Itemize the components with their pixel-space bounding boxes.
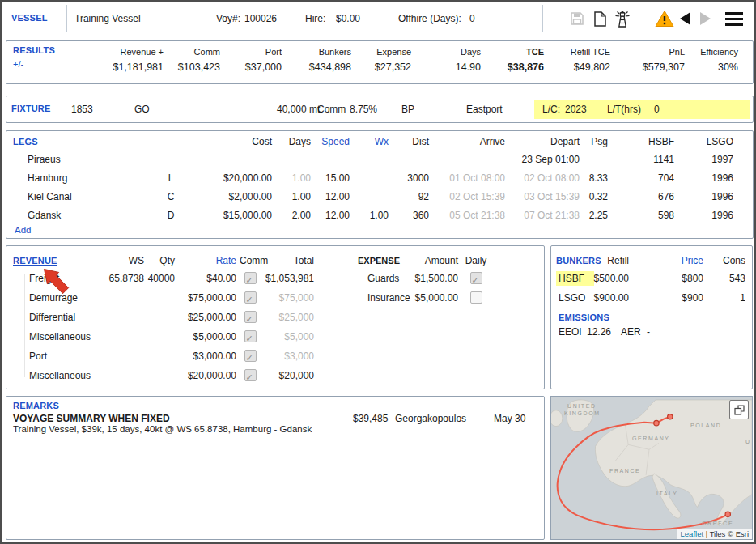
emissions-eeoi-value: 12.26 xyxy=(587,326,611,338)
laycan-value[interactable]: 2023 xyxy=(565,104,587,115)
emissions-title[interactable]: EMISSIONS xyxy=(559,312,609,322)
leg-port[interactable]: Hamburg xyxy=(13,169,151,188)
metric-value: $103,423 xyxy=(164,57,220,73)
voyage-map[interactable]: UNITED KINGDOM POLAND GERMANY FRANCE ITA… xyxy=(550,396,753,540)
leg-port[interactable]: Piraeus xyxy=(13,151,151,169)
leg-depart[interactable]: 23 Sep 01:00 xyxy=(505,151,580,169)
fixture-cargo[interactable]: GO xyxy=(134,104,150,115)
remark-date: May 30 xyxy=(494,413,525,424)
voyage-estimator-window: VESSEL Training Vessel Voy#: 100026 Hire… xyxy=(0,0,756,544)
fixture-comm-value[interactable]: 8.75% xyxy=(350,104,377,115)
bunker-grade-highlighted[interactable]: HSBF xyxy=(556,271,594,286)
fixture-quantity[interactable]: 40,000 mt xyxy=(277,104,320,115)
fixture-title[interactable]: FIXTURE xyxy=(11,104,50,113)
leg-type[interactable]: L xyxy=(151,169,191,188)
revenue-rate-input[interactable]: $5,000.00 xyxy=(175,327,236,346)
revenue-qty-input[interactable]: 40000 xyxy=(144,269,175,288)
results-plus-minus[interactable]: +/- xyxy=(13,55,73,69)
comm-checkbox[interactable] xyxy=(244,369,257,381)
back-icon[interactable] xyxy=(675,8,696,29)
leg-port[interactable]: Kiel Canal xyxy=(13,188,151,206)
forward-icon[interactable] xyxy=(694,8,716,29)
fixture-number[interactable]: 1853 xyxy=(71,104,93,115)
revenue-total: $25,000 xyxy=(264,308,314,327)
leg-dist[interactable]: 360 xyxy=(389,206,429,225)
remark-summary-title[interactable]: VOYAGE SUMMARY WHEN FIXED xyxy=(13,413,170,424)
bunker-price-input[interactable]: $900 xyxy=(629,288,703,308)
expense-amount-input[interactable]: $1,500.00 xyxy=(408,269,458,288)
hire-value[interactable]: $0.00 xyxy=(336,13,360,24)
daily-checkbox[interactable] xyxy=(470,291,482,304)
leg-port[interactable]: Gdansk xyxy=(13,206,151,225)
vessel-section-link[interactable]: VESSEL xyxy=(11,13,48,23)
map-label-united: UNITED xyxy=(567,403,597,409)
bunker-refill-input[interactable]: $500.00 xyxy=(593,269,629,288)
leg-type[interactable]: D xyxy=(151,206,191,225)
comm-checkbox[interactable] xyxy=(244,311,257,323)
save-icon[interactable] xyxy=(567,8,588,29)
leg-wx[interactable]: 1.00 xyxy=(350,206,389,225)
revenue-ws-input[interactable]: 65.8738 xyxy=(104,269,144,288)
leg-days[interactable]: 1.00 xyxy=(272,188,311,206)
tiles-credit: | Tiles © Esri xyxy=(703,529,749,538)
leg-days[interactable]: 1.00 xyxy=(272,169,311,188)
comm-checkbox[interactable] xyxy=(244,291,257,304)
legs-col-speed[interactable]: Speed xyxy=(311,133,350,151)
leaflet-link[interactable]: Leaflet xyxy=(681,529,704,538)
map-label-kingdom: KINGDOM xyxy=(564,410,601,416)
revenue-rate-input[interactable]: $20,000.00 xyxy=(175,366,236,385)
legs-col-wx[interactable]: Wx xyxy=(350,133,389,151)
fixture-port[interactable]: Eastport xyxy=(466,104,503,115)
map-fullscreen-button[interactable] xyxy=(729,400,749,419)
revenue-title[interactable]: REVENUE xyxy=(13,256,57,266)
leg-dist[interactable]: 3000 xyxy=(389,169,429,188)
metric-value-tce: $38,876 xyxy=(481,57,544,73)
bunker-price-input[interactable]: $800 xyxy=(629,269,703,288)
revenue-rate-input[interactable]: $75,000.00 xyxy=(175,288,236,308)
lighthouse-icon[interactable] xyxy=(612,8,633,29)
comm-checkbox[interactable] xyxy=(244,272,257,284)
offhire-value[interactable]: 0 xyxy=(469,13,475,24)
revenue-col-rate[interactable]: Rate xyxy=(175,253,236,269)
revenue-rate-input[interactable]: $40.00 xyxy=(175,269,236,288)
menu-icon[interactable] xyxy=(724,8,745,29)
results-title[interactable]: RESULTS xyxy=(13,45,73,55)
leg-speed[interactable]: 12.00 xyxy=(311,188,350,206)
warning-icon[interactable] xyxy=(654,8,675,29)
comm-checkbox[interactable] xyxy=(244,350,257,362)
leg-speed[interactable]: 15.00 xyxy=(311,169,350,188)
legs-col-psg: Psg xyxy=(580,133,608,151)
bunkers-col-price[interactable]: Price xyxy=(629,253,703,269)
leg-type[interactable]: C xyxy=(151,188,191,206)
bunker-refill-input[interactable]: $900.00 xyxy=(593,288,629,308)
metric-value: $49,802 xyxy=(544,57,610,73)
leg-cost[interactable]: $2,000.00 xyxy=(191,188,272,206)
bunker-grade[interactable]: LSGO xyxy=(556,288,593,308)
laytime-value[interactable]: 0 xyxy=(654,104,660,115)
metric-value: 30% xyxy=(685,57,738,73)
leg-cost[interactable]: $20,000.00 xyxy=(191,169,272,188)
comm-checkbox[interactable] xyxy=(244,330,257,342)
revenue-col-ws: WS xyxy=(104,253,144,269)
bunker-cons: 1 xyxy=(703,288,745,308)
metric-label: Expense xyxy=(351,45,411,57)
daily-checkbox[interactable] xyxy=(470,272,482,284)
revenue-rate-input[interactable]: $25,000.00 xyxy=(175,308,236,327)
vessel-name[interactable]: Training Vessel xyxy=(74,13,141,24)
expense-amount-input[interactable]: $5,000.00 xyxy=(408,288,458,308)
metric-label: Port xyxy=(220,45,282,57)
leg-cost[interactable]: $15,000.00 xyxy=(191,206,272,225)
revenue-rate-input[interactable]: $3,000.00 xyxy=(175,346,236,366)
laycan-label: L/C: xyxy=(542,104,560,115)
metric-value: $1,181,981 xyxy=(73,57,164,73)
copy-icon[interactable] xyxy=(589,8,610,29)
leg-days[interactable]: 2.00 xyxy=(272,206,311,225)
fixture-panel: FIXTURE 1853 GO 40,000 mt Comm 8.75% BP … xyxy=(6,96,754,123)
legs-title[interactable]: LEGS xyxy=(13,137,38,147)
leg-speed[interactable]: 12.00 xyxy=(311,206,350,225)
map-label-italy: ITALY xyxy=(656,491,677,496)
leg-dist[interactable]: 92 xyxy=(389,188,429,206)
add-leg-link[interactable]: Add xyxy=(15,225,31,235)
remarks-title[interactable]: REMARKS xyxy=(13,401,59,410)
map-canvas xyxy=(551,397,752,539)
